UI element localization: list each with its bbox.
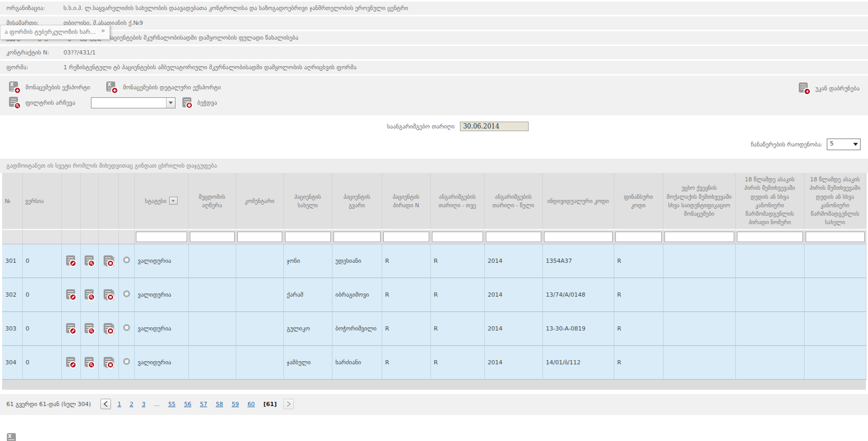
table-row: 304 0 ვალიდურია ჯამბული ხარძიანი R R 201… [2,345,866,379]
next-page-button[interactable] [283,399,294,409]
header-personal-n[interactable]: პაციენტის პირადი N [382,173,430,229]
info-row-contract: კონტრაქტის N: 03??/431/1 [0,46,868,59]
back-button[interactable]: უკან დაბრუნება [797,82,860,95]
filter-input-status[interactable] [136,232,187,242]
row-guardian-personal-n [735,244,804,278]
edit-document-button[interactable] [64,323,77,334]
page-link[interactable]: 58 [216,401,223,408]
header-status[interactable]: სტატუსი [134,173,188,229]
header-last-name[interactable]: პაციენტის გვარი [332,173,382,229]
row-comment [236,345,283,379]
view-document-button[interactable] [83,356,96,368]
row-report-month: R [430,244,484,278]
view-document-button[interactable] [83,255,96,267]
edit-document-button[interactable] [64,289,77,300]
header-comment[interactable]: კომენტარი [236,173,283,229]
header-foreign-id[interactable]: უცხო ქვეყნის მოქალაქის შემთხვევაში სხვა … [663,173,735,229]
row-select-radio[interactable] [123,324,130,331]
page-link[interactable]: 57 [200,401,207,408]
copy-document-button[interactable] [102,289,115,300]
header-guardian-name[interactable]: 18 წლამდე ასაკის პირის შემთხვევაში დედის… [804,173,866,229]
row-select-radio[interactable] [123,256,130,263]
filter-input-guardian-personal-n[interactable] [737,232,803,242]
header-num[interactable]: № [2,173,22,229]
copy-document-button[interactable] [102,356,115,368]
row-personal-n: R [382,244,430,278]
row-individual-code: 13-30-A-0819 [542,311,614,345]
header-report-year[interactable]: ანგარიშგების თარიღი - წელი [484,173,542,229]
edit-document-button[interactable] [64,255,77,267]
header-status-label: სტატუსი [145,197,167,205]
status-filter-button[interactable] [169,197,178,205]
row-foreign-id [663,244,735,278]
choose-filter-button[interactable]: ფილტრის არჩევა [7,96,75,109]
document-search-icon [7,96,22,109]
prev-page-button[interactable] [100,399,111,409]
report-date-label: საანგარიშგებო თარიღი [387,123,455,130]
current-page-indicator: [61] [263,401,276,408]
page-link[interactable]: 1 [117,401,121,408]
filter-input-comment[interactable] [237,232,282,242]
page-link[interactable]: 3 [142,401,145,408]
page-link[interactable]: 59 [232,401,239,408]
filter-input-guardian-name[interactable] [806,232,865,242]
page-link[interactable]: 2 [130,401,133,408]
header-info-panel: ორგანიზაცია: ს.ს.ი.პ. ლ.საყვარელიძის სახ… [0,0,868,74]
row-individual-code: 1354A37 [542,244,614,278]
print-button[interactable]: ბეჭდვა [181,97,217,108]
header-copy-col [98,173,118,229]
organization-label: ორგანიზაცია: [6,5,63,12]
header-select-col [118,173,134,229]
row-select-radio[interactable] [123,290,130,297]
group-hint-bar: გადმოიტანეთ ის სვეტი რომლის მიხედვითაც გ… [0,158,868,173]
page-link[interactable]: 60 [247,401,255,408]
row-num: 303 [2,311,22,345]
row-first-name: ქარამ [283,278,332,311]
hover-tooltip: ა ფორმის ტუბერკულოზის ხარ... » [0,25,110,40]
export-data-button[interactable]: მონაცემების ექსპორტი [7,81,90,94]
excel-detailed-export-icon [105,81,119,94]
row-report-month: R [430,278,484,311]
row-finance-code: R [614,244,663,278]
report-date-input[interactable] [460,122,529,131]
row-status: ვალიდურია [134,244,188,278]
excel-export-icon-partial[interactable] [5,433,20,441]
header-first-name[interactable]: პაციენტის სახელი [283,173,332,229]
filter-input-last-name[interactable] [334,232,381,242]
header-report-month[interactable]: ანგარიშგების თარიღი - თვე [430,173,484,229]
filter-input-report-year[interactable] [486,232,541,242]
copy-document-button[interactable] [102,255,115,267]
report-date-row: საანგარიშგებო თარიღი [0,115,868,133]
header-individual-code[interactable]: ინდივიდუალური კოდი [542,173,614,229]
row-comment [236,311,283,345]
copy-document-button[interactable] [102,323,115,334]
header-error[interactable]: შეცდომის აღწერა [188,173,236,229]
contract-value: 03??/431/1 [63,49,96,56]
filter-input-report-month[interactable] [432,232,483,242]
filter-input-first-name[interactable] [285,232,331,242]
filter-input-error[interactable] [190,232,235,242]
header-view-col [80,173,98,229]
page-link[interactable]: 55 [168,401,176,408]
row-individual-code: 13/74/A/0148 [542,278,614,311]
page-link[interactable]: 56 [184,401,191,408]
filter-input-finance-code[interactable] [615,232,662,242]
header-version[interactable]: ვერსია [22,173,61,229]
row-version: 0 [22,278,61,311]
filter-dropdown[interactable] [91,97,176,108]
records-count-select[interactable]: 5 [827,139,861,150]
document-back-icon [797,82,811,95]
filter-input-individual-code[interactable] [544,232,613,242]
filter-input-personal-n[interactable] [383,232,429,242]
header-guardian-personal-n[interactable]: 18 წლამდე ასაკის პირის შემთხვევაში დედის… [735,173,804,229]
records-count-value: 5 [827,139,851,150]
edit-document-button[interactable] [64,356,77,368]
header-finance-code[interactable]: ფინანსური კოდი [614,173,663,229]
view-document-button[interactable] [83,323,96,334]
row-select-radio[interactable] [123,358,130,365]
detailed-export-button[interactable]: მონაცემების დეტალური ექსპორტი [105,81,220,94]
row-num: 304 [2,345,22,379]
expand-chevrons-icon[interactable]: » [101,29,105,33]
view-document-button[interactable] [83,289,96,300]
filter-input-foreign-id[interactable] [664,232,734,242]
